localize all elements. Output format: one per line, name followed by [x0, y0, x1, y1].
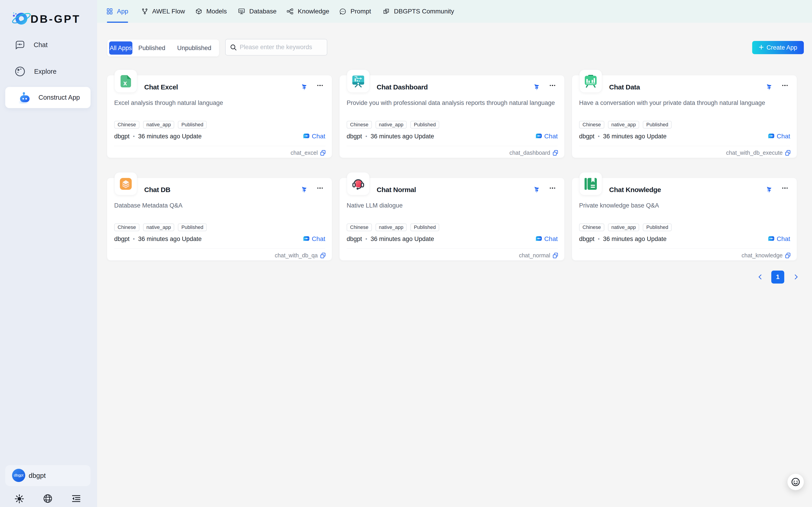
svg-text:SQL: SQL — [239, 10, 244, 12]
svg-text:x: x — [123, 79, 127, 87]
